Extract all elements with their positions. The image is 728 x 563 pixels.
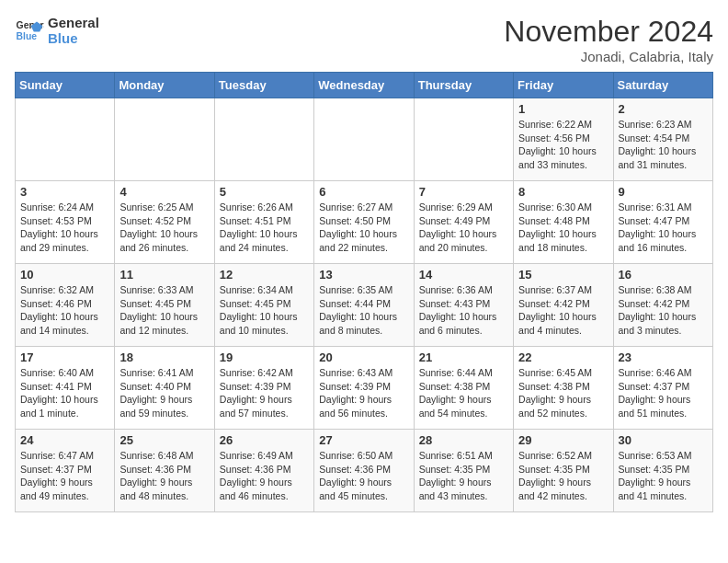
- day-cell: 20Sunrise: 6:43 AM Sunset: 4:39 PM Dayli…: [314, 347, 414, 430]
- day-info: Sunrise: 6:42 AM Sunset: 4:39 PM Dayligh…: [220, 366, 309, 420]
- col-header-sunday: Sunday: [16, 73, 115, 98]
- day-cell: 17Sunrise: 6:40 AM Sunset: 4:41 PM Dayli…: [16, 347, 115, 430]
- week-row-2: 3Sunrise: 6:24 AM Sunset: 4:53 PM Daylig…: [16, 181, 713, 264]
- day-cell: [214, 98, 313, 181]
- day-cell: [314, 98, 414, 181]
- day-cell: 10Sunrise: 6:32 AM Sunset: 4:46 PM Dayli…: [16, 264, 115, 347]
- day-number: 23: [619, 350, 708, 364]
- day-info: Sunrise: 6:32 AM Sunset: 4:46 PM Dayligh…: [20, 283, 109, 338]
- day-cell: 14Sunrise: 6:36 AM Sunset: 4:43 PM Dayli…: [414, 264, 513, 347]
- day-info: Sunrise: 6:43 AM Sunset: 4:39 PM Dayligh…: [319, 366, 408, 420]
- day-info: Sunrise: 6:52 AM Sunset: 4:35 PM Dayligh…: [518, 449, 608, 503]
- day-cell: 9Sunrise: 6:31 AM Sunset: 4:47 PM Daylig…: [613, 181, 712, 264]
- day-cell: 28Sunrise: 6:51 AM Sunset: 4:35 PM Dayli…: [414, 430, 513, 512]
- day-cell: 12Sunrise: 6:34 AM Sunset: 4:45 PM Dayli…: [214, 264, 313, 347]
- day-cell: 6Sunrise: 6:27 AM Sunset: 4:50 PM Daylig…: [314, 181, 414, 264]
- day-number: 25: [119, 433, 209, 447]
- day-number: 28: [419, 433, 508, 447]
- day-number: 18: [119, 350, 209, 364]
- day-info: Sunrise: 6:24 AM Sunset: 4:53 PM Dayligh…: [20, 201, 109, 255]
- title-block: November 2024 Jonadi, Calabria, Italy: [504, 15, 713, 64]
- day-number: 22: [518, 350, 608, 364]
- month-title: November 2024: [504, 15, 713, 49]
- day-info: Sunrise: 6:34 AM Sunset: 4:45 PM Dayligh…: [220, 283, 309, 338]
- col-header-tuesday: Tuesday: [214, 73, 313, 98]
- day-number: 5: [220, 185, 309, 199]
- day-cell: [414, 98, 513, 181]
- day-cell: 16Sunrise: 6:38 AM Sunset: 4:42 PM Dayli…: [613, 264, 712, 347]
- day-cell: 8Sunrise: 6:30 AM Sunset: 4:48 PM Daylig…: [514, 181, 613, 264]
- day-number: 9: [619, 185, 708, 199]
- day-cell: 30Sunrise: 6:53 AM Sunset: 4:35 PM Dayli…: [613, 430, 712, 512]
- logo-general: General: [48, 15, 99, 30]
- day-info: Sunrise: 6:35 AM Sunset: 4:44 PM Dayligh…: [319, 283, 408, 338]
- day-cell: 3Sunrise: 6:24 AM Sunset: 4:53 PM Daylig…: [16, 181, 115, 264]
- day-info: Sunrise: 6:46 AM Sunset: 4:37 PM Dayligh…: [619, 366, 708, 420]
- day-info: Sunrise: 6:31 AM Sunset: 4:47 PM Dayligh…: [619, 201, 708, 255]
- day-info: Sunrise: 6:44 AM Sunset: 4:38 PM Dayligh…: [419, 366, 508, 420]
- day-cell: [16, 98, 115, 181]
- day-info: Sunrise: 6:23 AM Sunset: 4:54 PM Dayligh…: [619, 118, 708, 172]
- logo: General Blue General Blue: [15, 15, 99, 46]
- day-cell: 25Sunrise: 6:48 AM Sunset: 4:36 PM Dayli…: [115, 430, 214, 512]
- logo-icon: General Blue: [15, 16, 44, 45]
- week-row-1: 1Sunrise: 6:22 AM Sunset: 4:56 PM Daylig…: [16, 98, 713, 181]
- day-info: Sunrise: 6:27 AM Sunset: 4:50 PM Dayligh…: [319, 201, 408, 255]
- day-info: Sunrise: 6:33 AM Sunset: 4:45 PM Dayligh…: [119, 283, 209, 338]
- day-cell: 2Sunrise: 6:23 AM Sunset: 4:54 PM Daylig…: [613, 98, 712, 181]
- day-info: Sunrise: 6:37 AM Sunset: 4:42 PM Dayligh…: [518, 283, 608, 338]
- page-header: General Blue General Blue November 2024 …: [15, 15, 713, 64]
- day-cell: 18Sunrise: 6:41 AM Sunset: 4:40 PM Dayli…: [115, 347, 214, 430]
- day-number: 2: [619, 102, 708, 116]
- col-header-monday: Monday: [115, 73, 214, 98]
- location-subtitle: Jonadi, Calabria, Italy: [504, 49, 713, 64]
- day-cell: 7Sunrise: 6:29 AM Sunset: 4:49 PM Daylig…: [414, 181, 513, 264]
- day-info: Sunrise: 6:36 AM Sunset: 4:43 PM Dayligh…: [419, 283, 508, 338]
- day-cell: 21Sunrise: 6:44 AM Sunset: 4:38 PM Dayli…: [414, 347, 513, 430]
- day-info: Sunrise: 6:47 AM Sunset: 4:37 PM Dayligh…: [20, 449, 109, 503]
- svg-text:Blue: Blue: [17, 31, 38, 41]
- week-row-5: 24Sunrise: 6:47 AM Sunset: 4:37 PM Dayli…: [16, 430, 713, 512]
- day-number: 10: [20, 268, 109, 282]
- day-cell: 24Sunrise: 6:47 AM Sunset: 4:37 PM Dayli…: [16, 430, 115, 512]
- day-number: 8: [518, 185, 608, 199]
- day-info: Sunrise: 6:30 AM Sunset: 4:48 PM Dayligh…: [518, 201, 608, 255]
- day-number: 7: [419, 185, 508, 199]
- day-cell: 26Sunrise: 6:49 AM Sunset: 4:36 PM Dayli…: [214, 430, 313, 512]
- day-info: Sunrise: 6:50 AM Sunset: 4:36 PM Dayligh…: [319, 449, 408, 503]
- day-number: 11: [119, 268, 209, 282]
- day-number: 15: [518, 268, 608, 282]
- day-cell: 5Sunrise: 6:26 AM Sunset: 4:51 PM Daylig…: [214, 181, 313, 264]
- day-number: 19: [220, 350, 309, 364]
- day-cell: 27Sunrise: 6:50 AM Sunset: 4:36 PM Dayli…: [314, 430, 414, 512]
- day-number: 12: [220, 268, 309, 282]
- day-number: 24: [20, 433, 109, 447]
- day-number: 27: [319, 433, 408, 447]
- day-info: Sunrise: 6:40 AM Sunset: 4:41 PM Dayligh…: [20, 366, 109, 420]
- calendar-table: SundayMondayTuesdayWednesdayThursdayFrid…: [15, 72, 713, 512]
- day-info: Sunrise: 6:25 AM Sunset: 4:52 PM Dayligh…: [119, 201, 209, 255]
- day-number: 16: [619, 268, 708, 282]
- day-cell: 23Sunrise: 6:46 AM Sunset: 4:37 PM Dayli…: [613, 347, 712, 430]
- col-header-saturday: Saturday: [613, 73, 712, 98]
- day-number: 30: [619, 433, 708, 447]
- day-number: 17: [20, 350, 109, 364]
- day-number: 26: [220, 433, 309, 447]
- day-number: 3: [20, 185, 109, 199]
- day-info: Sunrise: 6:51 AM Sunset: 4:35 PM Dayligh…: [419, 449, 508, 503]
- day-info: Sunrise: 6:49 AM Sunset: 4:36 PM Dayligh…: [220, 449, 309, 503]
- day-cell: 4Sunrise: 6:25 AM Sunset: 4:52 PM Daylig…: [115, 181, 214, 264]
- day-cell: 22Sunrise: 6:45 AM Sunset: 4:38 PM Dayli…: [514, 347, 613, 430]
- day-info: Sunrise: 6:29 AM Sunset: 4:49 PM Dayligh…: [419, 201, 508, 255]
- day-number: 4: [119, 185, 209, 199]
- day-cell: 1Sunrise: 6:22 AM Sunset: 4:56 PM Daylig…: [514, 98, 613, 181]
- col-header-thursday: Thursday: [414, 73, 513, 98]
- day-cell: 11Sunrise: 6:33 AM Sunset: 4:45 PM Dayli…: [115, 264, 214, 347]
- day-number: 13: [319, 268, 408, 282]
- week-row-4: 17Sunrise: 6:40 AM Sunset: 4:41 PM Dayli…: [16, 347, 713, 430]
- day-cell: 15Sunrise: 6:37 AM Sunset: 4:42 PM Dayli…: [514, 264, 613, 347]
- day-info: Sunrise: 6:48 AM Sunset: 4:36 PM Dayligh…: [119, 449, 209, 503]
- day-number: 6: [319, 185, 408, 199]
- day-cell: [115, 98, 214, 181]
- day-info: Sunrise: 6:26 AM Sunset: 4:51 PM Dayligh…: [220, 201, 309, 255]
